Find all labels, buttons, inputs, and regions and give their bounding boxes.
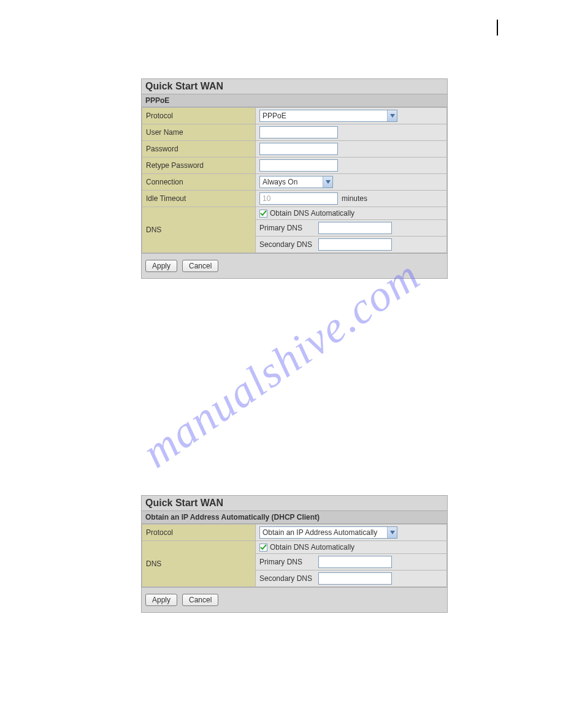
panel-dhcp: Quick Start WAN Obtain an IP Address Aut… [141,495,448,613]
row-password: Password [142,141,447,157]
panel-title: Quick Start WAN [142,79,447,94]
cancel-button[interactable]: Cancel [182,260,218,272]
idle-label: Idle Timeout [142,191,256,207]
chevron-down-icon [387,527,397,538]
protocol-label: Protocol [142,108,256,124]
form-table: Protocol PPPoE User Name Password Retype… [142,107,447,253]
connection-select-value: Always On [262,178,297,186]
panel-pppoe: Quick Start WAN PPPoE Protocol PPPoE Use… [141,78,448,279]
obtain-dns-checkbox[interactable] [259,210,267,218]
text-cursor-mark [497,20,498,36]
idle-suffix: minutes [342,194,367,203]
connection-select[interactable]: Always On [259,176,333,188]
form-table: Protocol Obtain an IP Address Automatica… [142,524,447,587]
secondary-dns-label: Secondary DNS [259,574,316,583]
protocol-label: Protocol [142,525,256,541]
button-row: Apply Cancel [142,253,447,278]
obtain-dns-label: Obtain DNS Automatically [270,543,354,552]
retype-input[interactable] [259,159,338,172]
obtain-dns-label: Obtain DNS Automatically [270,209,354,218]
row-protocol: Protocol PPPoE [142,108,447,124]
obtain-dns-checkbox[interactable] [259,544,267,552]
protocol-select[interactable]: PPPoE [259,110,397,122]
retype-label: Retype Password [142,157,256,174]
primary-dns-label: Primary DNS [259,558,316,566]
username-label: User Name [142,124,256,141]
connection-label: Connection [142,174,256,191]
button-row: Apply Cancel [142,587,447,612]
dns-label: DNS [142,207,256,253]
row-dns-auto: DNS Obtain DNS Automatically [142,541,447,554]
secondary-dns-label: Secondary DNS [259,240,316,249]
password-input[interactable] [259,143,338,155]
panel-subtitle: Obtain an IP Address Automatically (DHCP… [142,511,447,524]
secondary-dns-input[interactable] [318,572,392,585]
row-idle: Idle Timeout minutes [142,191,447,207]
apply-button[interactable]: Apply [145,594,177,606]
row-dns-auto: DNS Obtain DNS Automatically [142,207,447,220]
primary-dns-label: Primary DNS [259,224,316,232]
row-username: User Name [142,124,447,141]
row-retype: Retype Password [142,157,447,174]
dns-label: DNS [142,541,256,587]
chevron-down-icon [323,176,332,188]
protocol-select[interactable]: Obtain an IP Address Automatically [259,526,397,539]
username-input[interactable] [259,126,338,138]
password-label: Password [142,141,256,157]
panel-title: Quick Start WAN [142,496,447,511]
panel-subtitle: PPPoE [142,94,447,107]
idle-input [259,192,338,205]
protocol-select-value: PPPoE [262,112,286,120]
primary-dns-input[interactable] [318,222,392,234]
secondary-dns-input[interactable] [318,238,392,251]
protocol-select-value: Obtain an IP Address Automatically [262,528,377,537]
row-connection: Connection Always On [142,174,447,191]
apply-button[interactable]: Apply [145,260,177,272]
cancel-button[interactable]: Cancel [182,594,218,606]
chevron-down-icon [387,110,397,121]
watermark-text: manualshive.com [133,249,429,478]
row-protocol: Protocol Obtain an IP Address Automatica… [142,525,447,541]
primary-dns-input[interactable] [318,556,392,568]
